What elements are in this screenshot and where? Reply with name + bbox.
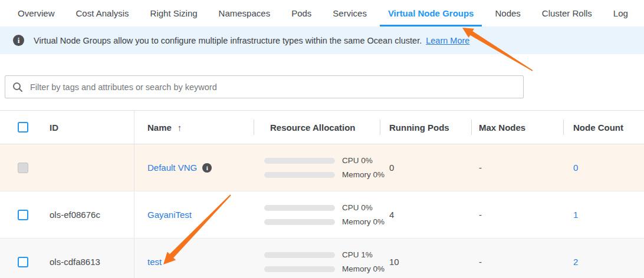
tab-log[interactable]: Log: [613, 0, 628, 27]
column-header-id[interactable]: ID: [50, 123, 58, 133]
node-count-link[interactable]: 2: [573, 257, 578, 267]
node-count-cell: 0: [563, 144, 644, 191]
cpu-bar: [264, 158, 335, 164]
tab-cluster-rolls[interactable]: Cluster Rolls: [542, 0, 592, 27]
default-vng-info-icon[interactable]: i: [202, 163, 212, 173]
tab-right-sizing[interactable]: Right Sizing: [150, 0, 198, 27]
memory-bar: [264, 172, 335, 178]
max-nodes-value: -: [471, 144, 563, 191]
table-header-row: ID Name ↑ Resource Allocation Running Po…: [0, 111, 644, 144]
row-name-cell: test: [134, 239, 254, 278]
running-pods-value: 0: [380, 144, 471, 191]
cpu-bar: [264, 252, 335, 258]
header-select-cell: ID: [0, 111, 134, 144]
row-id: ols-cdfa8613: [50, 257, 100, 267]
memory-bar: [264, 219, 335, 225]
running-pods-value: 10: [380, 239, 471, 278]
tab-virtual-node-groups[interactable]: Virtual Node Groups: [380, 0, 482, 27]
cpu-bar-label: CPU 0%: [342, 203, 373, 212]
resource-allocation-cell: CPU 0% Memory 0%: [254, 144, 380, 191]
running-pods-value: 4: [380, 191, 471, 238]
memory-bar-label: Memory 0%: [342, 264, 385, 273]
node-count-cell: 2: [563, 239, 644, 278]
select-all-checkbox[interactable]: [18, 122, 28, 133]
column-header-node-count[interactable]: Node Count: [563, 111, 644, 144]
row-select-cell: ols-ef08676c: [0, 191, 134, 238]
vng-name-link[interactable]: Default VNG: [147, 163, 197, 173]
table-row-default-vng: Default VNG i CPU 0% Memory 0% 0 -: [0, 144, 644, 191]
resource-allocation-cell: CPU 0% Memory 0%: [254, 191, 380, 238]
column-header-name[interactable]: Name ↑: [134, 111, 254, 144]
max-nodes-value: -: [471, 239, 563, 278]
table-row-test: ols-cdfa8613 test CPU 1% Memory 0% 10: [0, 239, 644, 278]
virtual-node-groups-page: Overview Cost Analysis Right Sizing Name…: [0, 0, 644, 278]
search-input[interactable]: [29, 82, 516, 92]
tab-cost-analysis[interactable]: Cost Analysis: [76, 0, 129, 27]
vng-name-link[interactable]: test: [147, 257, 162, 267]
cpu-bar-label: CPU 1%: [342, 250, 373, 259]
column-header-name-label: Name: [147, 123, 172, 133]
row-select-cell: [0, 144, 134, 191]
vng-table: ID Name ↑ Resource Allocation Running Po…: [0, 110, 644, 278]
column-header-running-pods[interactable]: Running Pods: [380, 111, 471, 144]
tab-services[interactable]: Services: [333, 0, 367, 27]
filter-search-box[interactable]: [5, 75, 524, 98]
info-icon: i: [13, 35, 24, 46]
cpu-bar: [264, 205, 335, 211]
search-icon: [12, 82, 23, 92]
row-checkbox[interactable]: [18, 210, 28, 220]
learn-more-link[interactable]: Learn More: [426, 36, 469, 45]
sort-ascending-icon: ↑: [178, 123, 182, 133]
tab-bar: Overview Cost Analysis Right Sizing Name…: [0, 0, 644, 27]
vng-name-link[interactable]: GayaniTest: [147, 210, 192, 220]
max-nodes-value: -: [471, 191, 563, 238]
row-name-cell: GayaniTest: [134, 191, 254, 238]
info-banner-text: Virtual Node Groups allow you to configu…: [34, 36, 422, 45]
row-checkbox-disabled: [18, 163, 28, 173]
node-count-link[interactable]: 0: [573, 163, 578, 173]
column-header-max-nodes[interactable]: Max Nodes: [471, 111, 563, 144]
memory-bar-label: Memory 0%: [342, 170, 385, 179]
info-banner: i Virtual Node Groups allow you to confi…: [0, 27, 644, 54]
tab-overview[interactable]: Overview: [18, 0, 55, 27]
table-row-gayanitest: ols-ef08676c GayaniTest CPU 0% Memory 0%: [0, 191, 644, 239]
memory-bar-label: Memory 0%: [342, 217, 385, 226]
row-checkbox[interactable]: [18, 257, 28, 267]
tab-nodes[interactable]: Nodes: [495, 0, 520, 27]
resource-allocation-cell: CPU 1% Memory 0%: [254, 239, 380, 278]
node-count-link[interactable]: 1: [573, 210, 578, 220]
row-id: ols-ef08676c: [50, 210, 100, 220]
tab-pods[interactable]: Pods: [291, 0, 311, 27]
row-select-cell: ols-cdfa8613: [0, 239, 134, 278]
column-header-resource-allocation[interactable]: Resource Allocation: [254, 111, 380, 144]
tab-namespaces[interactable]: Namespaces: [219, 0, 271, 27]
memory-bar: [264, 266, 335, 272]
node-count-cell: 1: [563, 191, 644, 238]
row-name-cell: Default VNG i: [134, 144, 254, 191]
cpu-bar-label: CPU 0%: [342, 156, 373, 165]
